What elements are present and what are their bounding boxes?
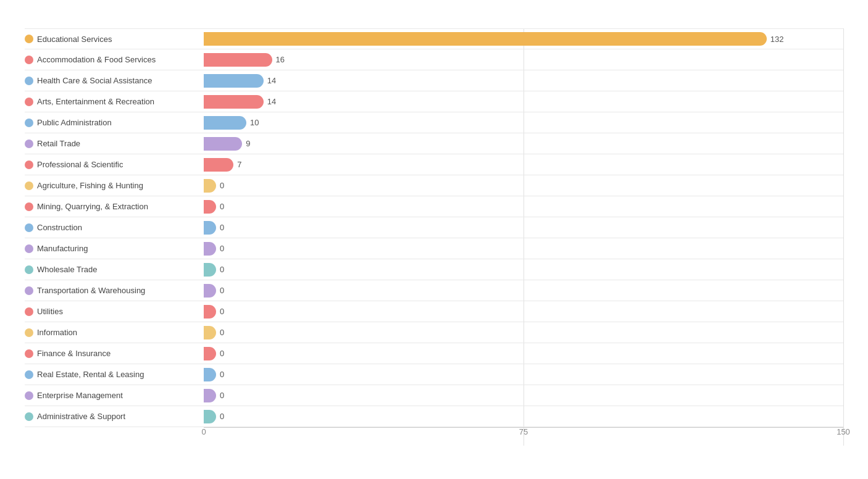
bar-area: 0 [204, 280, 843, 301]
bar-area: 0 [204, 364, 843, 385]
bar-row: Construction0 [25, 217, 843, 238]
bar-row: Manufacturing0 [25, 238, 843, 259]
bar-value: 7 [237, 160, 241, 169]
bar-value: 0 [220, 286, 224, 295]
label-dot [25, 370, 33, 379]
label-dot [25, 140, 33, 148]
bar-area: 0 [204, 217, 843, 238]
x-tick: 0 [201, 427, 206, 436]
bar-area: 16 [204, 49, 843, 70]
bar-label: Administrative & Support [25, 412, 204, 421]
bar-label: Wholesale Trade [25, 265, 204, 274]
bar-label-text: Construction [37, 223, 82, 232]
bar-label: Professional & Scientific [25, 160, 204, 169]
bar-row: Mining, Quarrying, & Extraction0 [25, 196, 843, 217]
label-dot [25, 412, 33, 421]
bar-label-text: Public Administration [37, 118, 112, 127]
bar-row: Health Care & Social Assistance14 [25, 70, 843, 91]
bar-area: 0 [204, 259, 843, 280]
bar-fill [204, 326, 216, 339]
bar-row: Accommodation & Food Services16 [25, 49, 843, 70]
bar-label: Public Administration [25, 118, 204, 127]
label-dot [25, 98, 33, 106]
bar-area: 0 [204, 322, 843, 343]
bar-value: 0 [220, 307, 224, 316]
bar-value: 16 [276, 55, 285, 64]
bar-label-text: Arts, Entertainment & Recreation [37, 97, 154, 106]
label-dot [25, 202, 33, 211]
bar-label: Accommodation & Food Services [25, 55, 204, 64]
bar-row: Real Estate, Rental & Leasing0 [25, 364, 843, 385]
label-dot [25, 35, 33, 43]
label-dot [25, 286, 33, 295]
bar-label-text: Mining, Quarrying, & Extraction [37, 202, 148, 211]
bar-area: 0 [204, 175, 843, 196]
bar-row: Transportation & Warehousing0 [25, 280, 843, 301]
bar-area: 14 [204, 70, 843, 91]
bar-value: 0 [220, 328, 224, 337]
bar-value: 0 [220, 181, 224, 190]
bar-area: 0 [204, 385, 843, 406]
bar-label: Manufacturing [25, 244, 204, 253]
bar-label: Mining, Quarrying, & Extraction [25, 202, 204, 211]
bar-row: Enterprise Management0 [25, 385, 843, 406]
label-dot [25, 77, 33, 85]
bar-fill [204, 347, 216, 360]
label-dot [25, 119, 33, 127]
label-dot [25, 181, 33, 190]
bar-area: 0 [204, 343, 843, 364]
bar-value: 0 [220, 412, 224, 421]
bar-value: 132 [770, 35, 784, 44]
bar-fill [204, 200, 216, 214]
bar-label-text: Transportation & Warehousing [37, 286, 145, 295]
x-tick: 150 [837, 427, 850, 436]
bar-area: 0 [204, 196, 843, 217]
bar-label: Retail Trade [25, 139, 204, 148]
bar-label-text: Administrative & Support [37, 412, 125, 421]
bar-row: Administrative & Support0 [25, 406, 843, 427]
bar-fill [204, 158, 233, 172]
bar-label-text: Utilities [37, 307, 63, 316]
bar-label-text: Health Care & Social Assistance [37, 76, 152, 85]
bar-fill [204, 137, 242, 151]
bar-label-text: Accommodation & Food Services [37, 55, 156, 64]
bar-label: Educational Services [25, 35, 204, 44]
bar-label: Transportation & Warehousing [25, 286, 204, 295]
bar-label: Information [25, 328, 204, 337]
bar-area: 0 [204, 238, 843, 259]
bar-value: 0 [220, 223, 224, 232]
label-dot [25, 328, 33, 337]
bar-fill [204, 221, 216, 235]
bar-label: Real Estate, Rental & Leasing [25, 370, 204, 379]
bar-fill [204, 32, 767, 46]
bar-row: Educational Services132 [25, 28, 843, 49]
bar-fill [204, 116, 246, 130]
label-dot [25, 391, 33, 400]
bar-label-text: Retail Trade [37, 139, 80, 148]
bar-row: Wholesale Trade0 [25, 259, 843, 280]
bar-label: Construction [25, 223, 204, 232]
chart-body: Educational Services132Accommodation & F… [25, 28, 843, 446]
bar-area: 10 [204, 112, 843, 133]
bar-area: 0 [204, 301, 843, 322]
bar-label-text: Real Estate, Rental & Leasing [37, 370, 144, 379]
bar-label-text: Agriculture, Fishing & Hunting [37, 181, 143, 190]
bar-area: 7 [204, 154, 843, 175]
label-dot [25, 223, 33, 232]
label-dot [25, 244, 33, 253]
label-dot [25, 349, 33, 358]
bar-value: 14 [267, 97, 276, 106]
bar-label-text: Manufacturing [37, 244, 88, 253]
x-axis: 075150 [204, 427, 843, 446]
label-dot [25, 307, 33, 316]
bar-row: Information0 [25, 322, 843, 343]
bar-area: 14 [204, 91, 843, 112]
bar-value: 9 [246, 139, 250, 148]
bar-fill [204, 368, 216, 381]
bar-area: 9 [204, 133, 843, 154]
bar-fill [204, 284, 216, 298]
bar-label: Agriculture, Fishing & Hunting [25, 181, 204, 190]
bar-fill [204, 179, 216, 193]
bar-value: 0 [220, 244, 224, 253]
bar-fill [204, 95, 264, 109]
